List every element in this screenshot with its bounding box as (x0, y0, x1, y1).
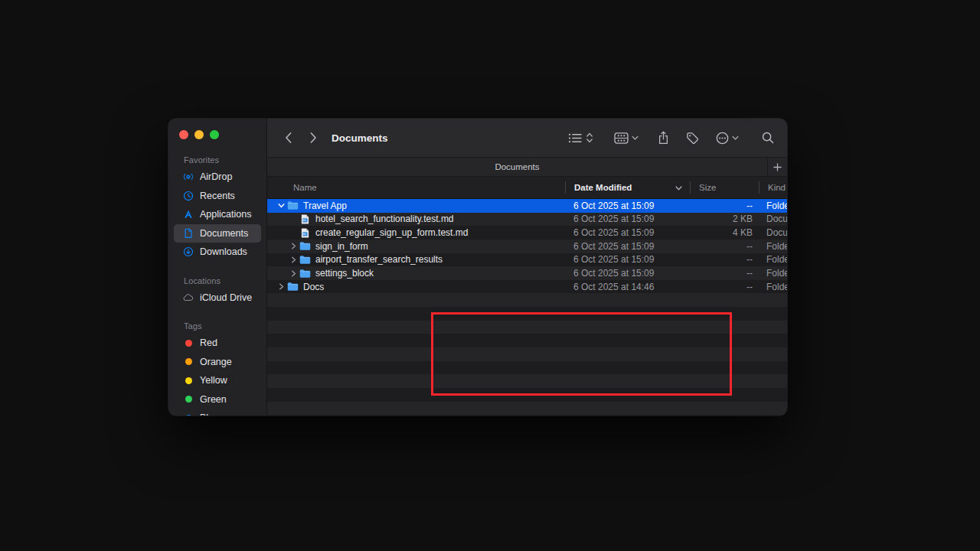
tab-bar: Documents (267, 157, 787, 177)
empty-row (267, 402, 787, 416)
file-name: Docs (303, 282, 324, 292)
sidebar-section-title: Favorites (168, 148, 266, 168)
empty-row (267, 321, 787, 334)
file-row-hotel-search-functionality-test-md[interactable]: hotel_search_functionality.test.md6 Oct … (267, 213, 787, 227)
name-cell: airport_transfer_search_results (267, 254, 565, 265)
column-header-kind[interactable]: Kind (759, 181, 787, 194)
back-button[interactable] (279, 129, 296, 146)
file-name: settings_block (315, 268, 374, 279)
disclosure-chevron-down-icon[interactable] (276, 203, 286, 208)
sidebar-item-icloud-drive[interactable]: iCloud Drive (174, 289, 261, 308)
file-name: sign_in_form (315, 241, 368, 252)
column-header-date-modified[interactable]: Date Modified (565, 181, 690, 194)
name-cell: sign_in_form (267, 241, 565, 252)
document-icon (182, 227, 194, 240)
empty-row (267, 415, 787, 416)
more-options-icon (716, 132, 729, 145)
tag-icon (686, 132, 699, 145)
sidebar-section-title: Tags (168, 315, 266, 334)
sidebar-item-recents[interactable]: Recents (174, 187, 261, 206)
date-modified-cell: 6 Oct 2025 at 15:09 (565, 214, 690, 224)
empty-row (267, 293, 787, 307)
file-row-create-regular-sign-up-form-test-md[interactable]: create_regular_sign_up_form.test.md6 Oct… (267, 226, 787, 240)
search-button[interactable] (762, 132, 774, 144)
group-by-icon (614, 132, 629, 144)
file-name: create_regular_sign_up_form.test.md (315, 227, 468, 238)
sort-carets-icon (586, 132, 593, 144)
file-name: hotel_search_functionality.test.md (315, 214, 454, 224)
sidebar-item-label: iCloud Drive (200, 292, 252, 303)
sidebar-item-label: Blue (200, 412, 219, 416)
sort-chevron-down-icon (675, 181, 682, 194)
green-tag-dot-icon (185, 396, 192, 403)
sidebar-item-airdrop[interactable]: AirDrop (174, 168, 261, 187)
share-button[interactable] (658, 131, 669, 145)
size-cell: 2 KB (690, 214, 759, 224)
column-header-name[interactable]: Name (267, 183, 565, 192)
cloud-icon (182, 292, 194, 304)
kind-cell: Folder (759, 254, 787, 265)
empty-row (267, 388, 787, 402)
more-options-button[interactable] (716, 132, 739, 145)
kind-cell: Folder (759, 268, 787, 279)
tab-documents[interactable]: Documents (267, 162, 767, 171)
minimize-button[interactable] (194, 130, 204, 139)
date-modified-cell: 6 Oct 2025 at 14:46 (565, 282, 690, 292)
size-cell: -- (690, 241, 759, 252)
name-cell: settings_block (267, 268, 565, 279)
zoom-button[interactable] (210, 130, 219, 139)
sidebar-item-blue[interactable]: Blue (174, 409, 261, 416)
file-row-settings-block[interactable]: settings_block6 Oct 2025 at 15:09--Folde… (267, 266, 787, 280)
file-row-airport-transfer-search-results[interactable]: airport_transfer_search_results6 Oct 202… (267, 253, 787, 267)
empty-row (267, 374, 787, 388)
file-row-travel-app[interactable]: Travel App6 Oct 2025 at 15:09--Folder (267, 199, 787, 213)
sidebar-item-orange[interactable]: Orange (174, 353, 261, 372)
tag-button[interactable] (686, 132, 699, 145)
markdown-file-icon (299, 228, 311, 238)
sidebar-item-label: Applications (200, 209, 251, 220)
sidebar-item-applications[interactable]: Applications (174, 205, 261, 224)
sidebar-item-red[interactable]: Red (174, 334, 261, 353)
empty-row (267, 334, 787, 347)
name-cell: create_regular_sign_up_form.test.md (267, 227, 565, 238)
file-list: Travel App6 Oct 2025 at 15:09--Folderhot… (267, 199, 787, 416)
sidebar-item-yellow[interactable]: Yellow (174, 371, 261, 390)
disclosure-chevron-right-icon[interactable] (276, 283, 286, 290)
size-cell: 4 KB (690, 227, 759, 238)
airdrop-icon (182, 171, 194, 183)
sidebar-item-label: Red (200, 337, 217, 348)
sidebar-item-label: AirDrop (200, 171, 232, 182)
kind-cell: Folder (759, 282, 787, 292)
file-row-docs[interactable]: Docs6 Oct 2025 at 14:46--Folder (267, 280, 787, 294)
toolbar: Documents (267, 119, 787, 157)
size-cell: -- (690, 254, 759, 265)
folder-icon (287, 282, 299, 292)
orange-tag-dot-icon (185, 358, 192, 365)
empty-row (267, 307, 787, 321)
disclosure-chevron-right-icon[interactable] (289, 243, 298, 249)
clock-icon (182, 190, 194, 202)
sidebar: FavoritesAirDropRecentsApplicationsDocum… (168, 119, 267, 416)
close-button[interactable] (179, 130, 188, 139)
file-row-sign-in-form[interactable]: sign_in_form6 Oct 2025 at 15:09--Folder (267, 240, 787, 253)
date-modified-cell: 6 Oct 2025 at 15:09 (565, 201, 690, 211)
date-modified-cell: 6 Oct 2025 at 15:09 (565, 241, 690, 252)
column-header-size[interactable]: Size (690, 181, 759, 194)
yellow-tag-dot-icon (185, 377, 192, 384)
sidebar-item-green[interactable]: Green (174, 390, 261, 409)
folder-icon (299, 255, 311, 265)
applications-icon (182, 208, 194, 220)
sidebar-item-documents[interactable]: Documents (174, 224, 261, 243)
list-view-button[interactable] (568, 132, 593, 144)
sidebar-item-label: Recents (200, 191, 235, 201)
date-modified-cell: 6 Oct 2025 at 15:09 (565, 227, 690, 238)
forward-button[interactable] (305, 129, 322, 146)
folder-icon (299, 241, 311, 251)
date-modified-cell: 6 Oct 2025 at 15:09 (565, 254, 690, 265)
file-name: airport_transfer_search_results (315, 254, 443, 265)
new-tab-button[interactable] (767, 158, 787, 176)
group-by-button[interactable] (614, 132, 639, 144)
sidebar-item-downloads[interactable]: Downloads (174, 243, 261, 262)
disclosure-chevron-right-icon[interactable] (289, 256, 298, 263)
disclosure-chevron-right-icon[interactable] (289, 270, 298, 277)
